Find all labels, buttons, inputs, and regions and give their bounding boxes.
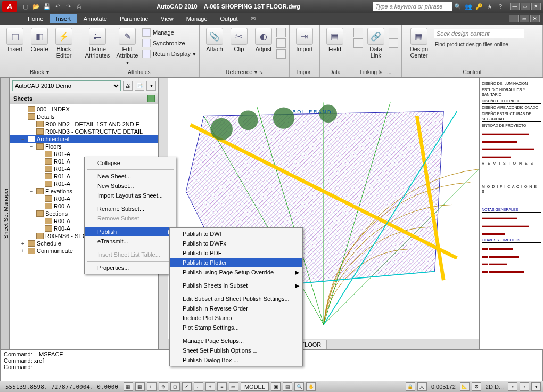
link-small-1[interactable]: [353, 28, 363, 37]
menu-item[interactable]: eTransmit...: [85, 236, 176, 246]
qp-toggle[interactable]: ▭: [229, 382, 238, 391]
tab-annotate[interactable]: Annotate: [77, 14, 113, 23]
define-attributes-button[interactable]: 🏷Define Attributes: [83, 28, 112, 59]
menu-item[interactable]: Edit Subset and Sheet Publish Settings..…: [170, 294, 302, 304]
tree-row[interactable]: R00-ND2 - DETAIL 1ST AND 2ND F: [10, 120, 158, 128]
menu-item[interactable]: Publish to DWFx: [170, 239, 302, 248]
polar-toggle[interactable]: ⊕: [159, 382, 168, 391]
menu-item[interactable]: Properties...: [85, 263, 176, 273]
sb-tray-2[interactable]: ▫: [520, 382, 529, 391]
ss-tool-3[interactable]: ▾: [146, 81, 156, 91]
menu-item[interactable]: Publish using Page Setup Override▶: [170, 267, 302, 277]
menu-item[interactable]: Publish to PDF: [170, 248, 302, 258]
clip-button[interactable]: ✂Clip: [227, 28, 251, 52]
tree-row[interactable]: −Details: [10, 113, 158, 120]
search-icon[interactable]: 🔍: [453, 2, 463, 11]
retain-display-button[interactable]: Retain Display ▾: [142, 49, 196, 59]
tree-row[interactable]: R00-ND3 - CONSTRUCTIVE DETAIL: [10, 128, 158, 135]
menu-item[interactable]: Publish Dialog Box ...: [170, 355, 302, 365]
attach-button[interactable]: 📎Attach: [203, 28, 226, 52]
ref-small-3[interactable]: [276, 49, 286, 59]
qat-save-icon[interactable]: 💾: [42, 2, 52, 11]
menu-item[interactable]: Plot Stamp Settings...: [170, 323, 302, 332]
snap-toggle[interactable]: ▦: [124, 382, 133, 391]
help-search-input[interactable]: [373, 2, 452, 11]
sb-lock-icon[interactable]: 🔒: [406, 382, 415, 391]
lwt-toggle[interactable]: ≡: [217, 382, 227, 391]
menu-item[interactable]: New Sheet...: [85, 172, 176, 181]
sb-tool-b[interactable]: ▤: [283, 382, 292, 391]
menu-item[interactable]: Publish to Plotter: [170, 258, 302, 267]
seek-input[interactable]: [434, 29, 524, 38]
import-button[interactable]: ⇥Import: [293, 28, 316, 52]
sheetset-combo[interactable]: AutoCAD 2010 Demo: [12, 80, 121, 91]
osnap-toggle[interactable]: ◻: [170, 382, 180, 391]
menu-item[interactable]: Publish in Reverse Order: [170, 304, 302, 313]
key-icon[interactable]: 🔑: [474, 2, 484, 11]
tree-row[interactable]: −Architectural: [10, 135, 158, 143]
close-button[interactable]: ✕: [531, 3, 541, 10]
sb-tray-3[interactable]: ▾: [531, 382, 541, 391]
tab-more-icon[interactable]: ✉: [249, 14, 258, 23]
qat-redo-icon[interactable]: ↷: [63, 2, 73, 11]
block-editor-button[interactable]: ⚡Block Editor: [52, 28, 76, 59]
qat-new-icon[interactable]: ▢: [21, 2, 30, 11]
data-link-button[interactable]: 🔗Data Link: [364, 28, 388, 59]
coordinates-readout[interactable]: 555139.8598, 727877.0004, 0.0000: [2, 383, 121, 390]
ss-tool-1[interactable]: 🖨: [123, 81, 133, 91]
sheet-set-manager-label[interactable]: Sheet Set Manager: [0, 78, 10, 349]
menu-item[interactable]: Publish▶: [85, 227, 176, 236]
create-block-button[interactable]: ◧Create: [28, 28, 51, 52]
otrack-toggle[interactable]: ∠: [182, 382, 192, 391]
tab-home[interactable]: Home: [21, 14, 50, 23]
menu-item[interactable]: Include Plot Stamp: [170, 313, 302, 323]
favorites-icon[interactable]: ★: [485, 2, 495, 11]
help-icon[interactable]: ?: [496, 2, 505, 11]
tree-row[interactable]: 000 - INDEX: [10, 105, 158, 113]
ss-tool-2[interactable]: 📑: [135, 81, 144, 91]
model-space-toggle[interactable]: MODEL: [241, 382, 269, 391]
grid-toggle[interactable]: ▦: [135, 382, 145, 391]
ref-small-2[interactable]: [276, 38, 286, 48]
tab-view[interactable]: View: [154, 14, 180, 23]
qat-undo-icon[interactable]: ↶: [53, 2, 62, 11]
minimize-button[interactable]: —: [510, 3, 520, 10]
adjust-button[interactable]: ◐Adjust: [252, 28, 275, 52]
menu-item[interactable]: New Subset...: [85, 181, 176, 191]
ducs-toggle[interactable]: ⌐: [194, 382, 203, 391]
manage-attributes-button[interactable]: Manage: [142, 28, 196, 37]
annotation-scale-icon[interactable]: 人: [417, 382, 427, 391]
find-online-link[interactable]: Find product design files online: [434, 39, 524, 50]
menu-item[interactable]: Sheet Set Publish Options ...: [170, 346, 302, 355]
menu-item[interactable]: Rename Subset...: [85, 204, 176, 214]
annotation-scale-value[interactable]: 0.005172: [429, 383, 458, 390]
synchronize-button[interactable]: Synchronize: [142, 38, 196, 48]
tab-output[interactable]: Output: [214, 14, 244, 23]
link-small-4[interactable]: [389, 38, 398, 48]
doc-close-button[interactable]: ✕: [530, 15, 540, 22]
ref-small-1[interactable]: [276, 28, 286, 37]
sb-tool-d[interactable]: ✋: [306, 382, 316, 391]
menu-item[interactable]: Import Layout as Sheet...: [85, 191, 176, 200]
doc-maximize-button[interactable]: ▭: [520, 15, 529, 22]
edit-attribute-button[interactable]: ✎Edit Attribute ▾: [113, 28, 141, 66]
infocenter-icon[interactable]: 👥: [464, 2, 473, 11]
insert-block-button[interactable]: ◫Insert: [3, 28, 27, 52]
maximize-button[interactable]: ▭: [521, 3, 530, 10]
refresh-icon[interactable]: [147, 95, 155, 102]
app-logo[interactable]: A: [2, 1, 17, 12]
doc-minimize-button[interactable]: —: [509, 15, 519, 22]
tab-parametric[interactable]: Parametric: [113, 14, 154, 23]
sb-tray-1[interactable]: ▫: [508, 382, 517, 391]
menu-item[interactable]: Publish to DWF: [170, 229, 302, 239]
view-mode-label[interactable]: 2D D...: [483, 383, 506, 390]
link-small-2[interactable]: [353, 38, 363, 48]
qat-print-icon[interactable]: ⎙: [74, 2, 84, 11]
ortho-toggle[interactable]: ∟: [147, 382, 157, 391]
tree-row[interactable]: −Floors: [10, 143, 158, 150]
dyn-toggle[interactable]: +: [205, 382, 215, 391]
sb-tool-a[interactable]: ▣: [271, 382, 281, 391]
tab-insert[interactable]: Insert: [50, 14, 77, 23]
design-center-button[interactable]: ▦Design Center: [405, 28, 433, 59]
tab-manage[interactable]: Manage: [180, 14, 214, 23]
